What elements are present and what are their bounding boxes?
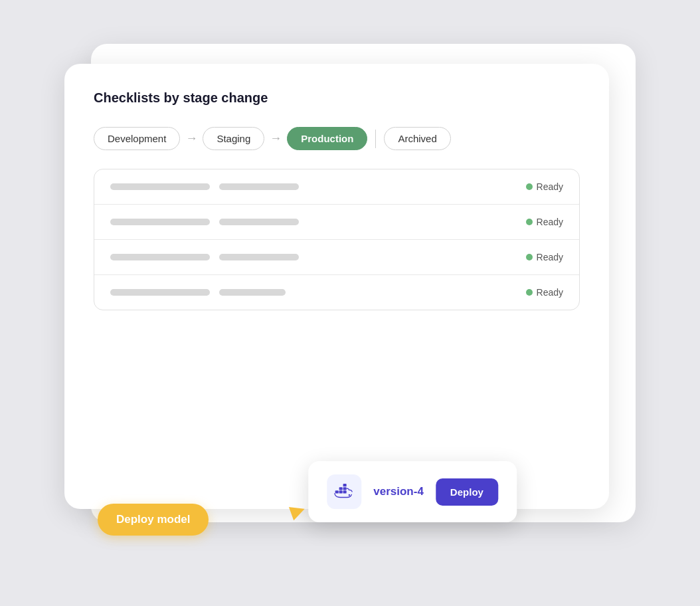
- svg-rect-5: [343, 484, 347, 486]
- table-row: Ready: [94, 205, 579, 240]
- docker-icon: [333, 480, 355, 503]
- status-dot-2: [526, 219, 533, 225]
- version-text: version-4: [373, 485, 424, 498]
- stage-pill-development[interactable]: Development: [94, 127, 180, 150]
- svg-rect-0: [335, 490, 339, 493]
- status-label-1: Ready: [537, 181, 563, 192]
- status-badge-4: Ready: [510, 287, 563, 298]
- bar-6: [219, 254, 299, 260]
- row-placeholder-bars: [110, 219, 510, 225]
- tooltip-label: Deploy model: [116, 513, 190, 526]
- svg-point-6: [349, 494, 351, 496]
- status-dot-3: [526, 254, 533, 260]
- deploy-popup: version-4 Deploy: [308, 461, 517, 522]
- stage-pill-staging[interactable]: Staging: [203, 127, 264, 150]
- bar-1: [110, 183, 210, 190]
- status-label-2: Ready: [537, 217, 563, 227]
- card-title: Checklists by stage change: [94, 90, 580, 106]
- arrow-icon-1: →: [185, 132, 197, 146]
- stage-pipeline: Development → Staging → Production Archi…: [94, 127, 580, 150]
- bar-8: [219, 289, 286, 296]
- table-row: Ready: [94, 240, 579, 275]
- status-badge-2: Ready: [510, 217, 563, 227]
- bar-7: [110, 289, 210, 296]
- status-label-4: Ready: [537, 287, 563, 298]
- status-label-3: Ready: [537, 252, 563, 262]
- table-row: Ready: [94, 275, 579, 310]
- svg-rect-1: [339, 490, 343, 493]
- deploy-model-tooltip[interactable]: Deploy model: [98, 504, 209, 536]
- bar-4: [219, 219, 299, 225]
- deploy-button[interactable]: Deploy: [436, 478, 498, 506]
- row-placeholder-bars: [110, 254, 510, 260]
- docker-icon-wrap: [327, 474, 361, 509]
- stage-divider: [375, 130, 376, 148]
- status-dot-1: [526, 183, 533, 190]
- checklist-table: Ready Ready: [94, 169, 580, 310]
- status-dot-4: [526, 289, 533, 296]
- arrow-icon-2: →: [270, 132, 282, 146]
- row-placeholder-bars: [110, 183, 510, 190]
- main-card: Checklists by stage change Development →…: [64, 64, 609, 509]
- table-row: Ready: [94, 169, 579, 205]
- stage-pill-archived[interactable]: Archived: [384, 127, 450, 150]
- status-badge-1: Ready: [510, 181, 563, 192]
- bar-2: [219, 183, 299, 190]
- svg-rect-2: [343, 490, 347, 493]
- status-badge-3: Ready: [510, 252, 563, 262]
- stage-pill-production[interactable]: Production: [287, 127, 367, 150]
- bar-5: [110, 254, 210, 260]
- svg-rect-3: [339, 487, 343, 490]
- row-placeholder-bars: [110, 289, 510, 296]
- bar-3: [110, 219, 210, 225]
- svg-rect-4: [343, 487, 347, 490]
- scene: Checklists by stage change Development →…: [64, 44, 636, 562]
